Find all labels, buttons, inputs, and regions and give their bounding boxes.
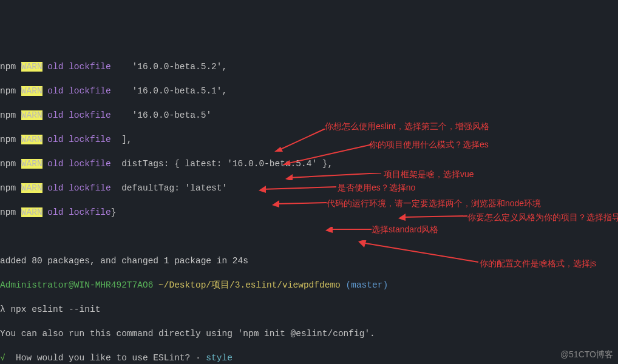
watermark: @51CTO博客 [560,348,613,360]
added-packages: added 80 packages, and changed 1 package… [0,255,618,267]
warn-line: npm WARN old lockfile '16.0.0-beta.5' [0,109,618,121]
command-line[interactable]: λ npx eslint --init [0,303,618,315]
info-line: You can also run this command directly u… [0,328,618,340]
terminal-output: npm WARN old lockfile '16.0.0-beta.5.2',… [0,49,618,364]
prompt-line: Administrator@WIN-MHR492T7AO6 ~/Desktop/… [0,279,618,291]
question-line: √ How would you like to use ESLint? · st… [0,352,618,364]
warn-line: npm WARN old lockfile} [0,206,618,218]
warn-line: npm WARN old lockfile '16.0.0-beta.5.2', [0,61,618,73]
warn-line: npm WARN old lockfile ], [0,133,618,146]
warn-line: npm WARN old lockfile defaultTag: 'lates… [0,182,618,194]
warn-line: npm WARN old lockfile '16.0.0-beta.5.1', [0,85,618,97]
warn-line: npm WARN old lockfile distTags: { latest… [0,158,618,170]
